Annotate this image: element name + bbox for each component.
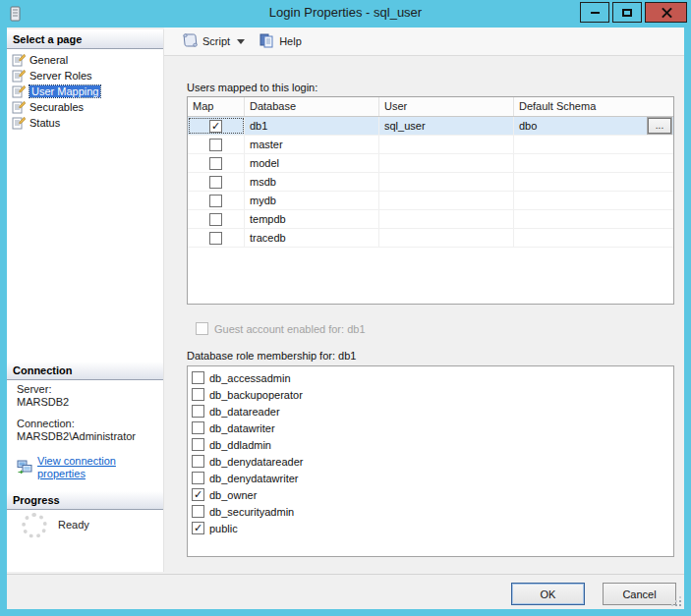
cancel-button[interactable]: Cancel — [603, 583, 676, 605]
titlebar[interactable]: Login Properties - sql_user — [0, 0, 691, 28]
footer-separator — [7, 574, 684, 575]
browse-button[interactable]: ... — [648, 118, 671, 134]
cell-user[interactable] — [379, 210, 514, 228]
table-row[interactable]: model — [188, 154, 673, 173]
role-label: db_datawriter — [209, 422, 275, 434]
role-label: db_owner — [209, 489, 257, 501]
progress-header: Progress — [7, 491, 163, 510]
guest-account-label: Guest account enabled for: db1 — [214, 323, 366, 335]
role-list-item[interactable]: db_backupoperator — [188, 386, 673, 403]
role-list-item[interactable]: db_denydatawriter — [188, 470, 673, 486]
close-button[interactable] — [645, 2, 687, 23]
role-label: db_denydatawriter — [209, 473, 299, 484]
cell-user[interactable]: sql_user — [379, 117, 514, 135]
column-header[interactable]: Database — [245, 97, 379, 116]
role-checkbox[interactable] — [192, 505, 204, 518]
table-row[interactable]: mydb — [188, 192, 673, 210]
map-checkbox[interactable] — [209, 195, 222, 207]
progress-spinner-icon — [22, 513, 47, 538]
role-checkbox[interactable] — [192, 472, 204, 484]
role-list-item[interactable]: db_denydatareader — [188, 453, 673, 470]
users-table-body: ✓ db1 sql_user dbo ... master model msdb — [188, 117, 673, 248]
table-row[interactable]: ✓ db1 sql_user dbo ... — [188, 117, 673, 136]
roles-list: db_accessadmin db_backupoperator db_data… — [187, 365, 674, 557]
map-checkbox[interactable] — [209, 139, 222, 151]
cell-database: master — [245, 136, 379, 153]
sidebar-page-item-label: General — [29, 54, 68, 66]
connection-header: Connection — [7, 362, 163, 380]
cell-user[interactable] — [379, 173, 514, 191]
sidebar-page-item[interactable]: Securables — [9, 99, 161, 115]
guest-account-row: Guest account enabled for: db1 — [196, 322, 366, 335]
map-checkbox[interactable]: ✓ — [209, 120, 222, 133]
minimize-button[interactable] — [580, 2, 609, 23]
map-checkbox[interactable] — [209, 157, 222, 170]
role-checkbox[interactable]: ✓ — [192, 488, 204, 501]
maximize-button[interactable] — [612, 2, 642, 23]
cell-user[interactable] — [379, 192, 514, 209]
column-header[interactable]: Map — [188, 97, 245, 116]
sidebar-page-item-label: User Mapping — [29, 85, 100, 97]
help-icon — [259, 32, 274, 50]
column-header[interactable]: User — [379, 97, 514, 116]
role-checkbox[interactable] — [192, 405, 204, 418]
connection-label: Connection: — [17, 418, 163, 430]
login-properties-dialog: Login Properties - sql_user Select a pag… — [0, 0, 691, 616]
ok-button[interactable]: OK — [511, 583, 585, 605]
role-list-item[interactable]: db_ddladmin — [188, 436, 673, 453]
chevron-down-icon[interactable] — [237, 39, 245, 44]
dialog-body: Select a page General Server Roles — [7, 28, 684, 609]
minimize-icon — [591, 12, 600, 14]
role-list-item[interactable]: ✓ public — [188, 520, 673, 536]
sidebar-page-item[interactable]: General — [9, 52, 161, 68]
maximize-icon — [622, 9, 632, 17]
select-page-list: General Server Roles User Mapping — [9, 52, 161, 131]
map-checkbox[interactable] — [209, 232, 222, 245]
map-checkbox[interactable] — [209, 213, 222, 226]
role-label: db_denydatareader — [209, 456, 303, 468]
role-checkbox[interactable] — [192, 371, 204, 384]
cell-database: msdb — [245, 173, 379, 191]
role-label: db_backupoperator — [209, 389, 303, 401]
guest-account-checkbox — [196, 322, 208, 335]
role-list-item[interactable]: db_accessadmin — [188, 369, 673, 386]
sidebar: Select a page General Server Roles — [7, 29, 164, 572]
page-icon — [12, 116, 26, 130]
sidebar-page-item[interactable]: User Mapping — [9, 84, 161, 99]
server-value: MARSDB2 — [17, 396, 163, 409]
role-checkbox[interactable] — [192, 438, 204, 451]
table-row[interactable]: tracedb — [188, 229, 673, 248]
select-page-header: Select a page — [7, 30, 163, 49]
role-label: db_securityadmin — [209, 506, 294, 518]
roles-caption: Database role membership for: db1 — [187, 350, 356, 362]
role-checkbox[interactable] — [192, 455, 204, 468]
cell-user[interactable] — [379, 154, 514, 172]
users-mapped-caption: Users mapped to this login: — [187, 82, 317, 93]
sidebar-page-item[interactable]: Server Roles — [9, 68, 161, 84]
cell-default-schema: dbo — [519, 120, 537, 132]
view-connection-properties-link[interactable]: View connection properties — [37, 455, 163, 480]
table-row[interactable]: msdb — [188, 173, 673, 192]
sidebar-page-item-label: Status — [29, 117, 60, 129]
table-row[interactable]: tempdb — [188, 210, 673, 229]
role-checkbox[interactable] — [192, 388, 204, 401]
role-list-item[interactable]: ✓ db_owner — [188, 486, 673, 503]
help-button[interactable]: Help — [255, 30, 306, 52]
map-checkbox[interactable] — [209, 176, 222, 189]
role-checkbox[interactable] — [192, 421, 204, 434]
resize-grip[interactable] — [670, 595, 681, 606]
page-icon — [12, 69, 26, 83]
column-header[interactable]: Default Schema — [514, 97, 673, 116]
role-list-item[interactable]: db_securityadmin — [188, 503, 673, 520]
users-mapped-table: MapDatabaseUserDefault Schema ✓ db1 sql_… — [187, 96, 674, 305]
role-checkbox[interactable]: ✓ — [192, 522, 204, 534]
role-list-item[interactable]: db_datawriter — [188, 420, 673, 436]
role-label: db_datareader — [209, 406, 280, 418]
role-list-item[interactable]: db_datareader — [188, 403, 673, 420]
table-row[interactable]: master — [188, 136, 673, 154]
script-button-label: Script — [202, 35, 230, 47]
script-button[interactable]: Script — [178, 30, 255, 52]
cell-user[interactable] — [379, 136, 514, 153]
sidebar-page-item[interactable]: Status — [9, 115, 161, 131]
cell-user[interactable] — [379, 229, 514, 247]
